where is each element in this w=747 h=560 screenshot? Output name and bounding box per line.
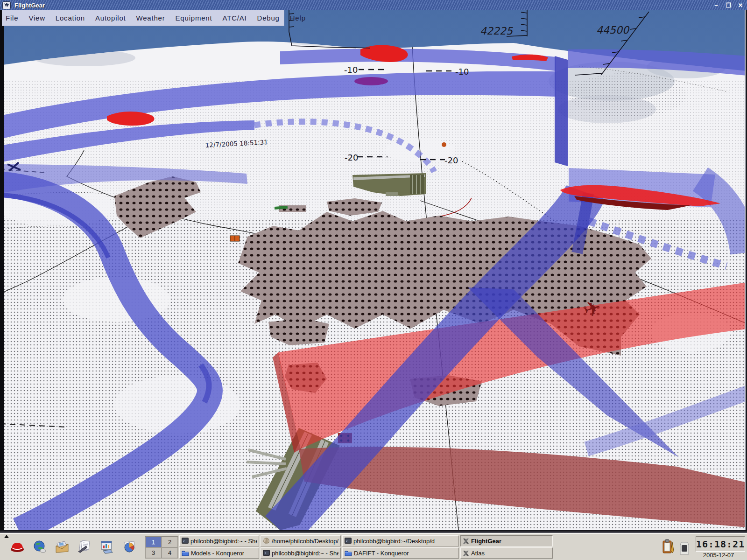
window-titlebar[interactable]: FlightGear − ❐ ✕ bbox=[0, 0, 747, 10]
email-icon[interactable] bbox=[53, 538, 71, 556]
menu-file[interactable]: File bbox=[2, 14, 23, 22]
menubar: File View Location Autopilot Weather Equ… bbox=[2, 10, 284, 26]
window-title: FlightGear bbox=[14, 2, 45, 9]
klipper-icon[interactable] bbox=[661, 539, 675, 557]
panel-hide-arrow-icon[interactable] bbox=[4, 535, 9, 538]
task-button[interactable]: Atlas bbox=[460, 547, 553, 559]
task-label: DAFIFT - Konqueror bbox=[354, 550, 409, 557]
clock-time: 16:18:21 bbox=[696, 539, 745, 550]
task-list: philcobb@bigbird:~ - Shell - K Models - … bbox=[179, 535, 556, 560]
spreadsheet-pie-icon[interactable] bbox=[120, 538, 138, 556]
maximize-button[interactable]: ❐ bbox=[724, 1, 733, 9]
viewport-left-edge bbox=[0, 10, 4, 530]
menu-help[interactable]: Help bbox=[285, 14, 311, 22]
window-border bbox=[745, 10, 747, 530]
hud-altitude-value: 42225 bbox=[480, 25, 513, 37]
folder-icon bbox=[345, 550, 352, 556]
shell-icon bbox=[263, 538, 270, 544]
menu-debug[interactable]: Debug bbox=[252, 14, 285, 22]
isotherm-label: -20 bbox=[444, 155, 458, 165]
konsole-icon bbox=[263, 550, 270, 556]
pager-desktop-4[interactable]: 4 bbox=[162, 547, 178, 558]
task-button[interactable]: philcobb@bigbird:~ - Shell - K bbox=[179, 535, 259, 546]
desktop: ✈ -10 -10 -20 -20 12/7/2005 18:51:31 bbox=[0, 0, 747, 560]
x11-icon bbox=[463, 538, 469, 544]
x11-icon bbox=[463, 550, 469, 556]
isotherm-label: -10 bbox=[455, 67, 469, 77]
menu-view[interactable]: View bbox=[23, 14, 50, 22]
pager-desktop-2[interactable]: 2 bbox=[162, 537, 178, 547]
close-button[interactable]: ✕ bbox=[736, 1, 745, 9]
desktop-pager: 1 2 3 4 bbox=[145, 536, 178, 559]
task-button[interactable]: Models - Konqueror bbox=[179, 547, 259, 559]
kmenu-redhat-icon[interactable] bbox=[8, 538, 26, 556]
task-label: philcobb@bigbird:~ - Shell - K bbox=[272, 550, 338, 557]
task-button[interactable]: /home/philcobb/Desktop/dafif- bbox=[261, 535, 341, 546]
task-label: Atlas bbox=[471, 550, 485, 557]
isotherm-label: -20 bbox=[345, 153, 358, 162]
minimize-button[interactable]: − bbox=[712, 1, 721, 9]
pager-desktop-1[interactable]: 1 bbox=[145, 537, 162, 547]
task-label: Models - Konqueror bbox=[191, 550, 244, 557]
menu-autopilot[interactable]: Autopilot bbox=[90, 14, 131, 22]
menu-weather[interactable]: Weather bbox=[131, 14, 170, 22]
task-label: FlightGear bbox=[471, 538, 501, 545]
clock-date: 2005-12-07 bbox=[690, 552, 747, 559]
digital-clock[interactable]: 16:18:21 bbox=[696, 536, 745, 552]
kicker-panel: 1 2 3 4 philcobb@bigbird:~ - Shell - K M… bbox=[0, 533, 747, 560]
task-button-active[interactable]: FlightGear bbox=[460, 535, 553, 546]
task-label: /home/philcobb/Desktop/dafif- bbox=[272, 538, 338, 545]
word-processor-icon[interactable] bbox=[76, 538, 93, 556]
menu-location[interactable]: Location bbox=[50, 14, 90, 22]
task-button[interactable]: philcobb@bigbird:~ - Shell - K bbox=[261, 547, 341, 559]
task-label: philcobb@bigbird:~/Desktop/d bbox=[353, 538, 435, 545]
weather-cell-purple bbox=[354, 77, 388, 85]
web-browser-icon[interactable] bbox=[31, 538, 49, 556]
konsole-icon bbox=[345, 538, 352, 544]
task-button[interactable]: philcobb@bigbird:~/Desktop/d bbox=[342, 535, 459, 546]
tray-device-icon[interactable] bbox=[679, 541, 690, 558]
menu-equipment[interactable]: Equipment bbox=[170, 14, 218, 22]
hud-altitude-value: 44500 bbox=[596, 24, 630, 36]
folder-icon bbox=[182, 550, 189, 556]
task-label: philcobb@bigbird:~ - Shell - K bbox=[190, 538, 257, 545]
isotherm-label: -10 bbox=[344, 65, 358, 75]
window-menu-icon[interactable] bbox=[2, 1, 11, 9]
flightgear-3d-view[interactable]: ✈ -10 -10 -20 -20 12/7/2005 18:51:31 bbox=[0, 10, 747, 530]
task-button[interactable]: DAFIFT - Konqueror bbox=[342, 547, 459, 559]
konsole-icon bbox=[182, 538, 189, 544]
menu-atc-ai[interactable]: ATC/AI bbox=[217, 14, 252, 22]
pager-desktop-3[interactable]: 3 bbox=[145, 547, 162, 558]
presentation-icon[interactable] bbox=[98, 538, 116, 556]
